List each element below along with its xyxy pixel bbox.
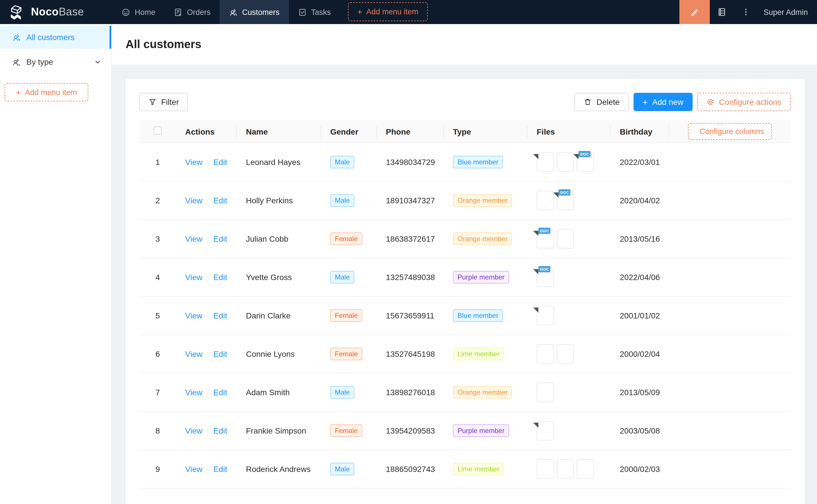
files-list [537,459,601,479]
edit-link[interactable]: Edit [213,426,227,435]
tab-orders[interactable]: Orders [164,0,220,24]
file-doc-icon[interactable]: DOC [537,267,554,287]
file-doc-icon[interactable]: DOC [537,229,554,249]
row-actions: ViewEdit [176,412,237,450]
tab-home[interactable]: Home [112,0,164,24]
row-actions: ViewEdit [176,220,237,258]
file-image-thumbnail[interactable] [537,459,554,479]
cell-phone: 13257489038 [377,258,444,297]
cell-birthday: 2013/05/09 [610,373,669,412]
table-row: 7ViewEditAdam SmithMale13898276018Orange… [139,373,791,412]
row-index: 8 [139,412,176,450]
more-actions-button[interactable] [734,0,758,24]
edit-link[interactable]: Edit [213,273,227,282]
cell-type: Orange member [444,220,527,258]
column-header-gender: Gender [321,120,377,143]
file-pdf-icon[interactable] [537,421,554,440]
view-link[interactable]: View [185,388,202,397]
add-menu-item-button[interactable]: + Add menu item [348,2,427,21]
add-new-button[interactable]: + Add new [634,93,693,111]
tag-lime: Lime member [453,348,504,360]
cell-name: Julian Cobb [237,220,321,258]
view-link[interactable]: View [185,311,202,320]
file-image-thumbnail[interactable] [557,152,574,172]
view-link[interactable]: View [185,426,202,435]
tab-customers[interactable]: Customers [220,0,289,24]
edit-link[interactable]: Edit [213,234,227,243]
view-link[interactable]: View [185,349,202,359]
cell-name: Yvette Gross [237,258,321,297]
row-actions: ViewEdit [176,182,237,220]
sidebar-item-by-type[interactable]: By type [0,50,111,73]
tag-purple: Purple member [453,271,509,283]
brand-logo[interactable]: NocoBase [0,0,112,24]
filter-button[interactable]: Filter [139,93,188,111]
file-image-thumbnail[interactable] [557,459,574,479]
cell-name: Connie Lyons [237,335,321,373]
file-image-thumbnail[interactable] [577,459,594,479]
row-index: 2 [139,182,176,220]
tag-lime: Lime member [453,463,504,475]
sidebar-item-all-customers[interactable]: All customers [0,26,111,49]
cell-gender: Male [321,450,377,489]
plugin-manager-button[interactable] [710,0,734,24]
view-link[interactable]: View [185,464,202,474]
cell-files: DOC [527,258,610,297]
delete-button[interactable]: Delete [575,93,629,111]
cell-configure-spacer [669,450,791,489]
cell-phone: 13898276018 [377,373,444,412]
customers-icon [229,8,238,16]
cell-gender: Male [321,373,377,412]
cell-gender: Female [321,220,377,258]
cell-type: Blue member [444,297,527,335]
files-list: DOC [537,229,601,249]
main-menu: HomeOrdersCustomersTasks [112,0,340,24]
ui-editor-button[interactable] [679,0,710,24]
tag-orange: Orange member [453,233,512,245]
column-header-phone: Phone [377,120,444,143]
edit-link[interactable]: Edit [213,349,227,359]
file-image-thumbnail[interactable] [537,383,554,402]
view-link[interactable]: View [185,273,202,282]
edit-link[interactable]: Edit [213,157,227,167]
configure-actions-button[interactable]: Configure actions [697,93,791,111]
file-pdf-icon[interactable] [537,152,554,172]
app: NocoBase HomeOrdersCustomersTasks + Add … [0,0,817,504]
file-pdf-icon[interactable] [537,306,554,325]
tab-tasks[interactable]: Tasks [289,0,340,24]
edit-link[interactable]: Edit [213,196,227,205]
edit-link[interactable]: Edit [213,464,227,474]
configure-columns-button[interactable]: Configure columns [688,123,771,140]
file-image-thumbnail[interactable] [537,191,554,210]
sidebar-item-label: All customers [26,33,74,42]
file-image-thumbnail[interactable] [557,229,574,249]
edit-link[interactable]: Edit [213,388,227,397]
tab-label: Home [135,8,155,16]
tag-blue: Blue member [453,309,503,322]
sidebar-add-menu-item-button[interactable]: + Add menu item [5,83,88,101]
actions-divider [208,466,208,473]
file-image-thumbnail[interactable] [537,344,554,364]
user-menu[interactable]: Super Admin [758,0,817,24]
file-image-thumbnail[interactable] [557,344,574,364]
table-row: 1ViewEditLeonard HayesMale13498034729Blu… [139,143,791,182]
view-link[interactable]: View [185,196,202,205]
customers-table: ActionsNameGenderPhoneTypeFilesBirthdayC… [139,120,791,489]
cell-gender: Female [321,297,377,335]
edit-link[interactable]: Edit [213,311,227,320]
actions-divider [208,313,208,320]
view-link[interactable]: View [185,234,202,243]
sidebar-add-menu-item-label: Add menu item [25,88,77,97]
select-all-checkbox[interactable] [154,127,162,135]
tag-blue: Male [330,463,354,475]
filter-icon [148,98,156,106]
row-index: 4 [139,258,176,297]
cell-files [527,373,610,412]
file-doc-icon[interactable]: DOC [557,191,574,210]
view-link[interactable]: View [185,157,202,167]
row-index: 6 [139,335,176,373]
cell-name: Roderick Andrews [237,450,321,489]
file-doc-icon[interactable]: DOC [577,152,594,172]
table-row: 3ViewEditJulian CobbFemale18638372617Ora… [139,220,791,258]
cell-configure-spacer [669,297,791,335]
